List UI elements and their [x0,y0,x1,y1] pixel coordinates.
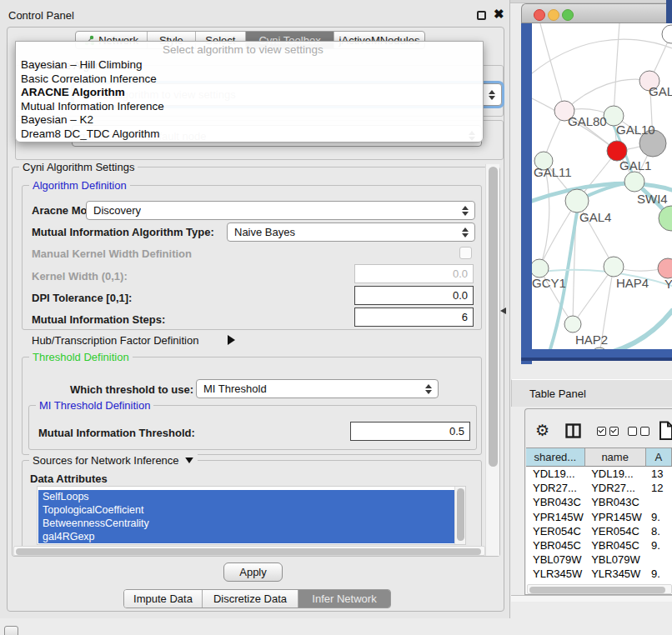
node-label: GAL10 [616,122,655,137]
group-title: Cyni Algorithm Settings [19,161,138,173]
data-attribute-item[interactable]: TopologicalCoefficient [38,503,459,517]
table-panel-title: Table Panel [529,388,586,400]
mouse-cursor [500,308,506,314]
mi-threshold-label: Mutual Information Threshold: [38,427,195,439]
aracne-mode-combobox[interactable]: Discovery [86,201,475,220]
node-label: HAP2 [575,332,608,347]
network-window-border-bottom [521,349,672,361]
node-label: HAP4 [616,276,649,290]
node-label: GAL80 [568,114,607,128]
restore-panel-icon[interactable] [4,626,18,635]
cyni-bottom-tabs: Impute Data Discretize Data Infer Networ… [123,589,391,608]
table-row[interactable]: YBR045CYBR045C9. [526,538,672,552]
tab-infer-network[interactable]: Infer Network [298,590,390,608]
mi-algorithm-type-combobox[interactable]: Naive Bayes [227,222,475,242]
dropdown-placeholder: Select algorithm to view settings [16,42,483,58]
settings-horizontal-scrollbar[interactable] [13,546,485,556]
column-header-name[interactable]: name [585,448,646,467]
table-cell: 12 [644,481,672,495]
which-threshold-label: Which threshold to use: [70,383,193,396]
table-row[interactable]: YER054CYER054C8. [526,524,672,538]
table-cell: YDR27... [526,481,584,495]
close-icon[interactable]: ✖ [494,7,504,22]
column-header-partial[interactable]: A [646,448,672,467]
network-node-hap4[interactable] [604,257,624,277]
deselect-all-columns-icon[interactable] [628,427,649,436]
screenshot-root: { "control_panel": { "title": "Control P… [0,0,672,635]
algorithm-option[interactable]: Mutual Information Inference [16,100,483,114]
table-cell: YBR045C [526,538,584,552]
dpi-tolerance-field[interactable]: 0.0 [354,286,474,305]
expand-arrow-icon[interactable] [228,335,235,345]
tab-impute-data[interactable]: Impute Data [124,590,203,608]
data-attribute-item[interactable]: gal4RGexp [38,530,459,543]
column-header-shared-name[interactable]: shared... [526,448,585,467]
gear-icon[interactable]: ⚙ [535,422,549,438]
algorithm-option[interactable]: Bayesian – K2 [16,113,483,128]
network-node[interactable] [591,348,608,349]
algorithm-option[interactable]: ARACNE Algorithm [16,86,483,100]
network-view-canvas[interactable]: GAL7 GAL80 GAL10 GAL1 GAL11 SWI4 GAL4 GC… [532,23,672,349]
float-window-icon[interactable] [477,11,486,20]
close-traffic-light[interactable] [534,9,545,21]
table-row[interactable]: YDR27...YDR27...12 [526,481,672,495]
table-row[interactable]: YDL19...YDL19...13 [526,467,672,481]
document-icon[interactable] [659,421,672,441]
node-label: SWI4 [637,192,668,206]
panel-title: Control Panel [8,9,74,22]
table-cell: YBL079W [526,552,584,567]
algorithm-option[interactable]: Bayesian – Hill Climbing [16,58,483,72]
table-horizontal-scrollbar[interactable] [527,584,672,594]
table-cell: YDL19... [584,467,644,481]
attribute-list-scrollbar[interactable] [454,487,465,544]
network-node-swi4[interactable] [624,172,644,192]
algorithm-options-list: Bayesian – Hill ClimbingBasic Correlatio… [16,58,483,141]
tab-discretize-data[interactable]: Discretize Data [203,590,298,608]
split-columns-icon[interactable] [565,423,581,438]
algorithm-option[interactable]: Basic Correlation Inference [16,72,483,87]
node-label: GAL4 [579,210,611,224]
dpi-tolerance-label: DPI Tolerance [0,1]: [32,292,132,304]
settings-vertical-scrollbar[interactable] [485,164,499,556]
table-cell: YER054C [584,524,644,538]
table-row[interactable]: YBR043CYBR043C [526,495,672,509]
combo-stepper-icon [462,228,474,238]
table-cell: YPR145W [526,510,584,524]
network-graph: GAL7 GAL80 GAL10 GAL1 GAL11 SWI4 GAL4 GC… [532,23,672,349]
mi-steps-field[interactable]: 6 [354,308,474,327]
which-threshold-combobox[interactable]: MI Threshold [196,379,439,398]
combo-stepper-icon [489,90,501,100]
network-node-pink[interactable] [658,258,672,278]
network-window-titlebar[interactable] [521,3,672,23]
table-cell: YBR043C [584,495,644,509]
table-row[interactable]: YBL079WYBL079W [526,552,672,567]
data-attribute-item[interactable]: BetweennessCentrality [38,517,459,530]
group-title: Threshold Definition [29,351,133,363]
manual-kernel-width-checkbox[interactable] [459,247,472,259]
network-node-gal4[interactable] [565,189,589,212]
collapse-arrow-icon[interactable] [185,458,193,463]
minimize-traffic-light[interactable] [548,9,559,21]
table-cell: YDR27... [584,481,644,495]
network-node[interactable] [662,25,672,43]
network-window-border [521,23,532,364]
data-attributes-list: SelfLoopsTopologicalCoefficientBetweenne… [37,486,466,545]
zoom-traffic-light[interactable] [562,9,574,21]
data-attribute-item[interactable]: SelfLoops [38,490,459,503]
algorithm-dropdown-popup: Select algorithm to view settings Bayesi… [15,41,484,142]
network-node-gcy1[interactable] [532,259,549,278]
table-row[interactable]: YLR345WYLR345W9. [526,567,672,581]
table-cell: YBR043C [526,495,584,509]
mi-threshold-field[interactable]: 0.5 [350,422,470,441]
group-title: MI Threshold Definition [36,399,153,412]
kernel-width-field[interactable]: 0.0 [354,264,474,283]
select-all-columns-icon[interactable] [597,427,619,436]
apply-button[interactable]: Apply [223,562,283,582]
table-panel-bottom-edge [511,595,672,602]
table-row[interactable]: YPR145WYPR145W9. [526,510,672,524]
node-table-body: YDL19...YDL19...13YDR27...YDR27...12YBR0… [526,467,672,594]
algorithm-option[interactable]: Dream8 DC_TDC Algorithm [16,128,483,142]
node-label: GCY1 [532,276,566,290]
desktop-background [666,0,672,24]
network-node-hap2[interactable] [564,316,581,332]
